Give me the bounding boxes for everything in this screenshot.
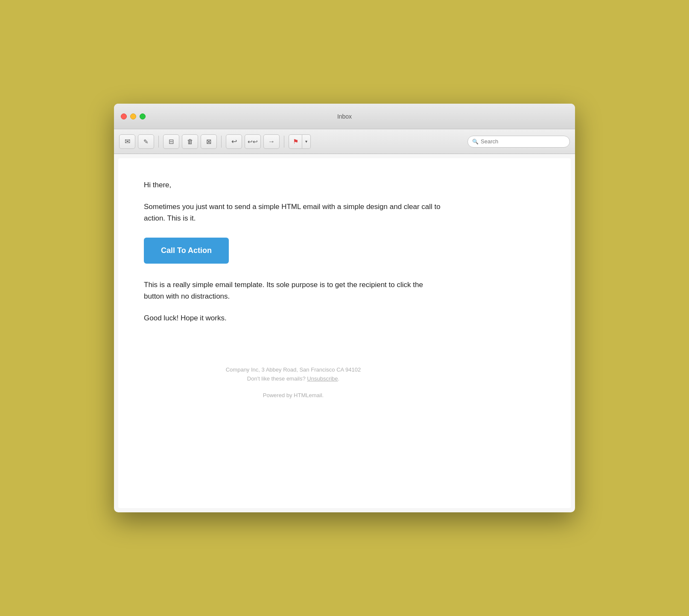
mailbox-icon: ✉ (125, 137, 130, 145)
toolbar: ✉ ✎ ⊟ 🗑 ⊠ ↩ ↩↩ → ⚑ (114, 129, 575, 154)
flag-button[interactable]: ⚑ (289, 134, 302, 149)
email-footer: Company Inc, 3 Abbey Road, San Francisco… (144, 349, 443, 398)
reply-all-button[interactable]: ↩↩ (245, 134, 261, 149)
titlebar: Inbox (114, 104, 575, 129)
cta-button[interactable]: Call To Action (144, 238, 229, 264)
forward-icon: → (268, 138, 275, 145)
compose-button[interactable]: ✎ (138, 134, 154, 149)
flag-dropdown-button[interactable]: ▾ (302, 134, 311, 149)
reply-all-icon: ↩↩ (248, 138, 258, 145)
unsubscribe-prefix: Don't like these emails? (247, 375, 307, 382)
unsubscribe-suffix: . (338, 375, 340, 382)
mailbox-button[interactable]: ✉ (119, 134, 135, 149)
archive-icon: ⊟ (169, 138, 174, 145)
footer-powered: Powered by HTMLemail. (144, 392, 443, 398)
mail-window: Inbox ✉ ✎ ⊟ 🗑 ⊠ ↩ ↩↩ → (114, 104, 575, 512)
flag-group: ⚑ ▾ (289, 134, 311, 149)
window-controls (121, 113, 146, 119)
reply-icon: ↩ (231, 137, 237, 145)
search-input[interactable] (481, 138, 565, 145)
separator-3 (284, 136, 284, 148)
email-body: Hi there, Sometimes you just want to sen… (118, 158, 571, 508)
forward-button[interactable]: → (263, 134, 280, 149)
search-bar[interactable]: 🔍 (467, 136, 570, 148)
separator-1 (158, 136, 159, 148)
trash-button[interactable]: 🗑 (182, 134, 198, 149)
archive-button[interactable]: ⊟ (163, 134, 179, 149)
email-greeting: Hi there, (144, 180, 443, 191)
trash-icon: 🗑 (187, 138, 193, 145)
junk-button[interactable]: ⊠ (201, 134, 217, 149)
flag-icon: ⚑ (293, 138, 298, 145)
junk-icon: ⊠ (206, 138, 212, 145)
maximize-button[interactable] (140, 113, 146, 119)
separator-2 (221, 136, 222, 148)
chevron-down-icon: ▾ (305, 139, 307, 144)
search-icon: 🔍 (472, 139, 479, 145)
minimize-button[interactable] (130, 113, 136, 119)
footer-unsubscribe-line: Don't like these emails? Unsubscribe. (144, 375, 443, 382)
email-intro: Sometimes you just want to send a simple… (144, 201, 443, 224)
close-button[interactable] (121, 113, 127, 119)
email-good-luck: Good luck! Hope it works. (144, 312, 443, 324)
footer-address: Company Inc, 3 Abbey Road, San Francisco… (144, 366, 443, 373)
compose-icon: ✎ (143, 138, 149, 145)
email-content: Hi there, Sometimes you just want to sen… (144, 180, 443, 398)
reply-button[interactable]: ↩ (226, 134, 242, 149)
unsubscribe-link[interactable]: Unsubscribe (307, 375, 338, 382)
email-body-text: This is a really simple email template. … (144, 279, 443, 302)
window-title: Inbox (337, 113, 352, 120)
